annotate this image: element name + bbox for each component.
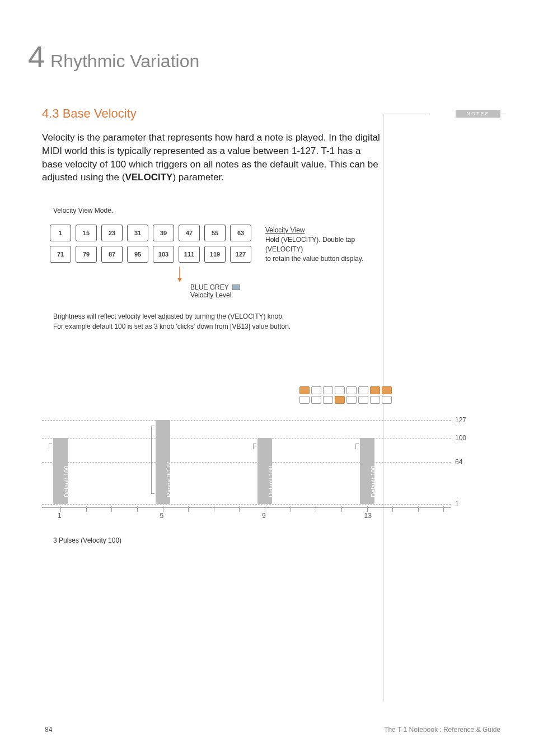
velocity-cell: 71 bbox=[50, 246, 71, 263]
led-cell bbox=[358, 386, 368, 394]
chart-bar-label: Range 0-127 bbox=[166, 461, 172, 497]
velocity-chart: 127100641Default 100Range 0-127Default 1… bbox=[42, 414, 473, 532]
velocity-view-line: Hold (VELOCITY). Double tap (VELOCITY) bbox=[265, 235, 381, 254]
x-tick bbox=[443, 506, 444, 512]
chapter-header: 4 Rhythmic Variation bbox=[28, 39, 199, 74]
x-tick bbox=[418, 506, 419, 512]
gridline-label: 100 bbox=[455, 434, 466, 442]
body-text-velocity: VELOCITY bbox=[125, 172, 172, 183]
body-paragraph: Velocity is the parameter that represent… bbox=[42, 131, 381, 184]
chapter-number: 4 bbox=[28, 39, 45, 74]
gridline bbox=[42, 438, 451, 438]
velocity-cell: 1 bbox=[50, 225, 71, 241]
led-cell bbox=[323, 386, 333, 394]
velocity-grid: 1 15 23 31 39 47 55 63 71 79 87 95 103 1… bbox=[50, 225, 251, 263]
x-tick bbox=[188, 506, 189, 512]
level-bracket bbox=[355, 444, 359, 449]
x-tick bbox=[111, 506, 112, 512]
led-cell bbox=[311, 386, 321, 394]
x-tick bbox=[392, 506, 393, 512]
gridline bbox=[42, 420, 451, 421]
led-display bbox=[42, 386, 473, 404]
velocity-cell: 47 bbox=[179, 225, 200, 241]
velocity-cell: 111 bbox=[179, 246, 200, 263]
notes-rule-left bbox=[383, 114, 428, 114]
led-cell bbox=[323, 396, 333, 404]
x-tick bbox=[265, 506, 265, 512]
velocity-view-description: Velocity View Hold (VELOCITY). Double ta… bbox=[265, 225, 381, 263]
led-cell bbox=[311, 396, 321, 404]
notes-tab: NOTES bbox=[456, 110, 500, 118]
x-tick-label: 9 bbox=[262, 512, 266, 520]
led-cell bbox=[299, 396, 310, 404]
velocity-mode-label: Velocity View Mode. bbox=[53, 207, 381, 214]
led-cell bbox=[370, 386, 380, 394]
velocity-cell: 79 bbox=[76, 246, 97, 263]
velocity-view-line: to retain the value button display. bbox=[265, 254, 381, 264]
chart-bar-label: Default 100 bbox=[63, 466, 70, 497]
gridline-label: 64 bbox=[455, 458, 462, 466]
legend-sublabel: Velocity Level bbox=[190, 291, 381, 299]
led-cell bbox=[335, 386, 345, 394]
x-axis bbox=[42, 507, 451, 508]
range-bracket bbox=[151, 426, 154, 494]
chapter-title: Rhythmic Variation bbox=[50, 51, 199, 72]
x-tick bbox=[137, 506, 138, 512]
led-cell bbox=[346, 386, 357, 394]
explanation-text: Brightness will reflect velocity level a… bbox=[53, 311, 381, 332]
velocity-cell: 119 bbox=[204, 246, 226, 263]
chart-bar-label: Default 100 bbox=[268, 466, 274, 497]
velocity-cell: 95 bbox=[127, 246, 148, 263]
led-cell bbox=[358, 396, 368, 404]
book-title: The T-1 Notebook : Reference & Guide bbox=[384, 726, 500, 734]
led-row bbox=[299, 386, 473, 394]
x-tick bbox=[316, 506, 316, 512]
velocity-grid-row: 71 79 87 95 103 111 119 127 bbox=[50, 246, 251, 263]
notes-label: NOTES bbox=[466, 111, 489, 116]
velocity-cell: 15 bbox=[76, 225, 97, 241]
gridline bbox=[42, 462, 451, 463]
led-cell bbox=[370, 396, 380, 404]
x-tick-label: 1 bbox=[58, 512, 62, 520]
x-tick-label: 13 bbox=[364, 512, 372, 520]
led-cell bbox=[346, 396, 357, 404]
chart-caption: 3 Pulses (Velocity 100) bbox=[53, 536, 121, 544]
chart-bar-label: Default 100 bbox=[370, 466, 377, 497]
velocity-cell: 127 bbox=[230, 246, 251, 263]
arrow-down-icon bbox=[176, 267, 381, 282]
gridline-label: 1 bbox=[455, 500, 459, 508]
section-heading: 4.3 Base Velocity bbox=[42, 106, 381, 121]
led-cell bbox=[299, 386, 310, 394]
velocity-cell: 63 bbox=[230, 225, 251, 241]
main-content: 4.3 Base Velocity Velocity is the parame… bbox=[42, 106, 381, 332]
x-tick bbox=[341, 506, 342, 512]
page-number: 84 bbox=[45, 726, 52, 734]
x-tick bbox=[163, 506, 163, 512]
level-bracket bbox=[253, 444, 256, 449]
notes-rule-right bbox=[500, 114, 506, 114]
color-swatch-blue-grey bbox=[232, 284, 240, 290]
x-tick bbox=[291, 506, 291, 512]
velocity-cell: 87 bbox=[101, 246, 123, 263]
explain-line: Brightness will reflect velocity level a… bbox=[53, 311, 381, 321]
x-tick bbox=[239, 506, 240, 512]
velocity-grid-row: 1 15 23 31 39 47 55 63 bbox=[50, 225, 251, 241]
x-tick bbox=[367, 506, 368, 512]
level-bracket bbox=[49, 444, 52, 449]
gridline-label: 127 bbox=[455, 416, 466, 424]
velocity-cell: 23 bbox=[101, 225, 123, 241]
notes-divider bbox=[383, 114, 384, 702]
legend: BLUE GREY Velocity Level bbox=[190, 283, 381, 299]
x-tick bbox=[86, 506, 87, 512]
led-cell bbox=[382, 396, 392, 404]
velocity-view-title: Velocity View bbox=[265, 226, 381, 235]
led-cell bbox=[382, 386, 392, 394]
velocity-cell: 55 bbox=[204, 225, 226, 241]
x-tick bbox=[214, 506, 214, 512]
x-tick bbox=[60, 506, 61, 512]
legend-label: BLUE GREY bbox=[190, 283, 229, 291]
velocity-cell: 31 bbox=[127, 225, 148, 241]
explain-line: For example default 100 is set as 3 knob… bbox=[53, 321, 381, 332]
led-row bbox=[299, 396, 473, 404]
svg-marker-1 bbox=[177, 278, 182, 282]
